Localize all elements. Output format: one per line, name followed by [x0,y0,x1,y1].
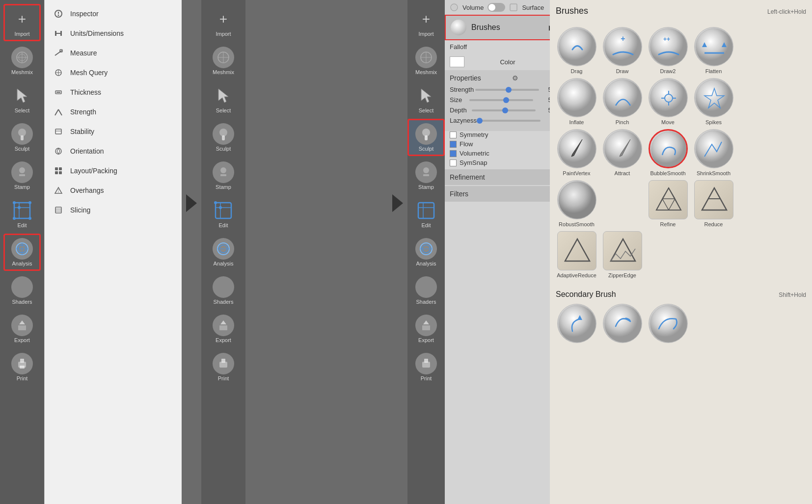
brush-attract[interactable]: Attract [601,129,643,176]
menu-item-units[interactable]: Units/Dimensions [45,24,182,43]
volume-icon [450,3,459,12]
menu-item-measure[interactable]: Measure [45,43,182,63]
p3-toolbar-btn-select[interactable]: Select [407,80,445,118]
menu-item-orientation[interactable]: Orientation [45,141,182,161]
toolbar-btn-sculpt[interactable]: Sculpt [3,119,41,156]
brush-draw2-label: Draw2 [660,68,676,74]
menu-item-meshquery[interactable]: Mesh Query [45,63,182,82]
p3-toolbar-btn-edit[interactable]: Edit [407,195,445,233]
color-swatch[interactable] [450,56,464,67]
menu-item-overhangs[interactable]: Overhangs [45,181,182,200]
brush-bubblesmooth[interactable]: BubbleSmooth [647,129,689,176]
p2-toolbar-btn-import[interactable]: + Import [205,4,242,41]
menu-item-inspector[interactable]: Inspector [45,4,182,24]
p2-toolbar-btn-print[interactable]: Print [205,348,242,386]
svg-rect-31 [60,31,62,36]
p2-toolbar-btn-edit[interactable]: Edit [205,195,242,233]
svg-rect-44 [55,167,58,170]
brush-robustsmooth[interactable]: RobustSmooth [556,180,597,227]
refinement-row[interactable]: Refinement ▼ [445,169,560,185]
p3-toolbar-btn-import[interactable]: + Import [407,4,445,41]
svg-rect-60 [220,174,226,176]
depth-slider[interactable] [472,109,536,111]
orientation-label: Orientation [70,147,104,155]
toolbar-btn-edit[interactable]: Edit [3,195,41,233]
menu-item-slicing[interactable]: Slicing [45,200,182,220]
filters-row[interactable]: Filters ▼ [445,186,560,202]
svg-point-5 [18,129,26,136]
brush-refine[interactable]: Refine [647,180,689,227]
symmetry-row: Symmetry ✕ [445,131,560,138]
toolbar-btn-shaders[interactable]: Shaders [3,272,41,309]
brush-paintvertex[interactable]: PaintVertex [556,129,597,176]
symsnap-checkbox[interactable] [450,159,457,166]
import-label: Import [14,31,29,37]
p3-toolbar-btn-sculpt[interactable]: Sculpt [407,119,445,156]
p3-toolbar-btn-shaders[interactable]: Shaders [407,272,445,309]
toolbar-btn-print[interactable]: Print [3,348,41,386]
brush-shrinksmooth[interactable]: ShrinkSmooth [693,129,734,176]
brush-move[interactable]: Move [647,78,689,125]
strength-slider[interactable] [475,89,539,91]
menu-item-layout[interactable]: Layout/Packing [45,161,182,181]
p3-shaders-icon [415,276,437,298]
menu-item-strength[interactable]: Strength [45,102,182,122]
brush-flatten[interactable]: Flatten [693,27,734,74]
menu-item-stability[interactable]: Stability [45,122,182,141]
p3-toolbar-btn-meshmix[interactable]: Meshmix [407,42,445,80]
p3-toolbar-btn-export[interactable]: Export [407,310,445,347]
p2-toolbar-btn-stamp[interactable]: Stamp [205,157,242,194]
brush-spikes[interactable]: Spikes [693,78,734,125]
secondary-brush-1[interactable] [556,304,597,343]
p3-toolbar-btn-print[interactable]: Print [407,348,445,386]
size-slider[interactable] [469,99,533,101]
toolbar-btn-analysis[interactable]: Analysis [3,234,41,271]
vol-surf-toggle[interactable] [487,3,505,12]
toolbar-btn-import[interactable]: + Import [3,4,41,41]
brush-pinch-label: Pinch [616,119,629,125]
brush-draw[interactable]: + Draw [601,27,643,74]
brush-zipperedge[interactable]: ZipperEdge [601,231,643,278]
size-thumb [503,97,509,103]
p2-toolbar-btn-select[interactable]: Select [205,80,242,118]
falloff-row[interactable]: Falloff ▶ [445,40,560,53]
brush-adaptivereduce-label: AdaptiveReduce [557,272,596,278]
menu-item-thickness[interactable]: Thickness [45,82,182,102]
svg-rect-45 [59,167,62,170]
analysis-label: Analysis [12,261,32,266]
brush-paintvertex-preview [557,129,596,168]
toolbar-btn-stamp[interactable]: Stamp [3,157,41,194]
symmetry-checkbox[interactable] [450,132,457,138]
brush-draw2[interactable]: ++ Draw2 [647,27,689,74]
brush-reduce[interactable]: Reduce [693,180,734,227]
svg-rect-38 [56,92,60,93]
toolbar-btn-export[interactable]: Export [3,310,41,347]
toolbar-btn-meshmix[interactable]: Meshmix [3,42,41,80]
svg-rect-24 [20,359,24,363]
brush-drag[interactable]: Drag [556,27,597,74]
svg-point-117 [696,131,733,168]
brush-adaptivereduce[interactable]: AdaptiveReduce [556,231,597,278]
volumetric-checkbox[interactable] [450,150,457,157]
refinement-label: Refinement [450,173,485,181]
p2-toolbar-btn-shaders[interactable]: Shaders [205,272,242,309]
p2-toolbar-btn-analysis[interactable]: Analysis [205,234,242,271]
brush-inflate[interactable]: Inflate [556,78,597,125]
p2-edit-icon [213,200,234,221]
p3-toolbar-btn-stamp[interactable]: Stamp [407,157,445,194]
p2-toolbar-btn-export[interactable]: Export [205,310,242,347]
flow-checkbox[interactable] [450,141,457,148]
secondary-brush-2[interactable] [601,304,643,343]
svg-text:+: + [621,34,625,43]
p2-toolbar-btn-meshmix[interactable]: Meshmix [205,42,242,80]
brush-pinch[interactable]: Pinch [601,78,643,125]
toolbar-btn-select[interactable]: Select [3,80,41,118]
p2-toolbar-btn-sculpt[interactable]: Sculpt [205,119,242,156]
secondary-brush-3[interactable] [647,304,689,343]
lazyness-slider[interactable] [477,120,541,122]
svg-point-64 [219,206,222,209]
flow-label: Flow [460,140,473,148]
size-label: Size [450,96,462,104]
p3-toolbar-btn-analysis[interactable]: Analysis [407,234,445,271]
brushes-menu-header[interactable]: Brushes ▶ [445,15,560,40]
